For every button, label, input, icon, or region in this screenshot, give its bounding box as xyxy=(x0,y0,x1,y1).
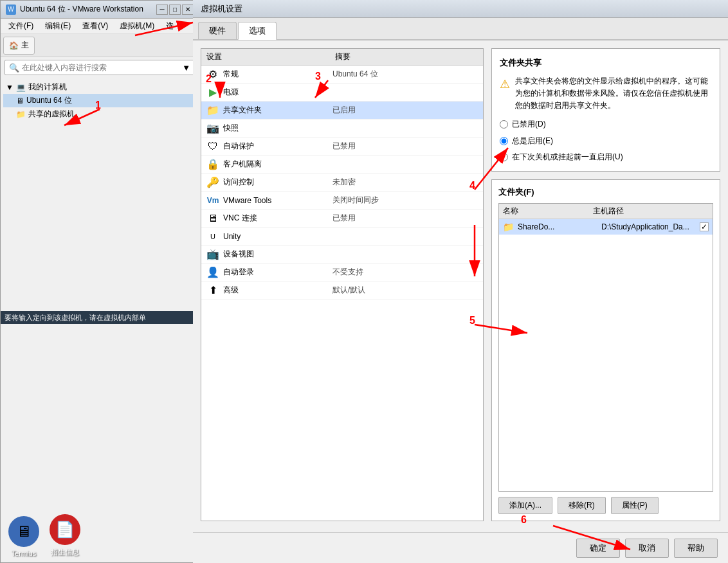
cancel-button[interactable]: 取消 xyxy=(625,539,669,558)
close-btn[interactable]: ✕ xyxy=(182,4,194,15)
settings-row-vnc[interactable]: 🖥 VNC 连接 已禁用 xyxy=(201,210,483,228)
settings-row-power[interactable]: ▶ 电源 xyxy=(201,84,483,102)
ubuntu-icon: 🖥 xyxy=(16,96,24,105)
shared-folder-summary: 已启用 xyxy=(332,105,356,116)
termius-icon: 🖥 xyxy=(8,516,39,547)
advanced-summary: 默认/默认 xyxy=(332,285,365,296)
home-icon: 🏠 xyxy=(9,41,19,50)
toolbar: 🏠 主 xyxy=(1,34,199,57)
settings-row-isolation[interactable]: 🔒 客户机隔离 xyxy=(201,156,483,174)
general-icon: ⚙ xyxy=(206,68,219,81)
access-icon: 🔑 xyxy=(206,176,219,189)
folder-row[interactable]: 📁 ShareDo... D:\StudyApplication_Da... ✓ xyxy=(499,219,713,235)
radio-until-poweroff[interactable] xyxy=(500,153,508,161)
settings-header: 设置 摘要 xyxy=(201,49,483,66)
vmtools-summary: 关闭时间同步 xyxy=(332,195,379,206)
folder-buttons: 添加(A)... 移除(R) 属性(P) xyxy=(498,497,713,514)
settings-row-snapshot[interactable]: 📷 快照 xyxy=(201,120,483,138)
dialog-tabs: 硬件 选项 xyxy=(193,18,728,40)
menu-more[interactable]: 选 xyxy=(161,19,179,33)
ubuntu-item[interactable]: 🖥 Ubuntu 64 位 xyxy=(3,94,196,107)
settings-row-autologin[interactable]: 👤 自动登录 不受支持 xyxy=(201,264,483,282)
folder-list: 名称 主机路径 📁 ShareDo... D:\StudyApplication… xyxy=(498,203,713,492)
shared-label: 共享的虚拟机 xyxy=(28,109,75,120)
folder-box: 文件夹(F) 名称 主机路径 📁 ShareDo... D:\StudyAppl… xyxy=(491,179,720,521)
ok-button[interactable]: 确定 xyxy=(576,539,620,558)
radio-disabled[interactable] xyxy=(500,120,508,129)
vmtools-icon: Vm xyxy=(206,194,219,207)
folder-box-title: 文件夹(F) xyxy=(498,186,713,198)
radio-disabled-label: 已禁用(D) xyxy=(512,118,546,130)
properties-folder-btn[interactable]: 属性(P) xyxy=(611,497,659,514)
menu-edit[interactable]: 编辑(E) xyxy=(40,19,76,33)
search-bar[interactable]: 🔍 ▼ xyxy=(5,60,195,75)
tab-hardware[interactable]: 硬件 xyxy=(198,22,237,39)
settings-row-shared-folder[interactable]: 📁 共享文件夹 已启用 xyxy=(201,102,483,120)
my-computer-item[interactable]: ▼ 💻 我的计算机 xyxy=(3,80,196,94)
autologin-summary: 不受支持 xyxy=(332,267,363,278)
unity-icon: U xyxy=(206,230,219,243)
tab-options[interactable]: 选项 xyxy=(238,22,277,40)
status-bar: 要将输入定向到该虚拟机，请在虚拟机内部单 xyxy=(1,311,199,324)
autoprotect-summary: 已禁用 xyxy=(332,141,356,152)
recruitment-icon-item[interactable]: 📄 招生信息 xyxy=(50,514,80,557)
devview-name: 设备视图 xyxy=(223,249,332,260)
shared-folder-info: 文件夹共享 ⚠ 共享文件夹会将您的文件显示给虚拟机中的程序。这可能为您的计算机和… xyxy=(491,48,720,172)
autoprotect-icon: 🛡 xyxy=(206,140,219,153)
main-dialog: 虚拟机设置 硬件 选项 设置 摘要 ⚙ 常规 Ubuntu 64 位 ▶ 电源 … xyxy=(193,0,728,563)
radio-always[interactable] xyxy=(500,137,508,145)
search-input[interactable] xyxy=(22,63,179,72)
maximize-btn[interactable]: □ xyxy=(169,4,181,15)
search-dropdown-icon[interactable]: ▼ xyxy=(182,63,190,73)
vnc-summary: 已禁用 xyxy=(332,213,356,224)
unity-name: Unity xyxy=(223,232,332,241)
search-icon: 🔍 xyxy=(9,63,19,73)
expand-icon: ▼ xyxy=(6,83,14,92)
warning-text: 共享文件夹会将您的文件显示给虚拟机中的程序。这可能为您的计算机和数据带来风险。请… xyxy=(515,75,712,112)
shared-vms-item[interactable]: 📁 共享的虚拟机 xyxy=(3,107,196,121)
home-btn[interactable]: 🏠 主 xyxy=(3,37,35,55)
snapshot-icon: 📷 xyxy=(206,122,219,135)
radio-group: 已禁用(D) 总是启用(E) 在下次关机或挂起前一直启用(U) xyxy=(500,118,712,163)
radio-disabled-item[interactable]: 已禁用(D) xyxy=(500,118,712,130)
settings-row-access[interactable]: 🔑 访问控制 未加密 xyxy=(201,174,483,192)
radio-until-poweroff-label: 在下次关机或挂起前一直启用(U) xyxy=(512,151,623,163)
title-bar: W Ubuntu 64 位 - VMware Workstation ─ □ ✕ xyxy=(1,1,199,19)
vnc-name: VNC 连接 xyxy=(223,213,332,224)
isolation-name: 客户机隔离 xyxy=(223,159,332,170)
warning-section: ⚠ 共享文件夹会将您的文件显示给虚拟机中的程序。这可能为您的计算机和数据带来风险… xyxy=(500,75,712,112)
shared-icon: 📁 xyxy=(16,110,26,119)
power-name: 电源 xyxy=(223,87,332,98)
menu-view[interactable]: 查看(V) xyxy=(77,19,113,33)
general-name: 常规 xyxy=(223,69,332,80)
folder-item-path: D:\StudyApplication_Da... xyxy=(601,222,700,231)
add-folder-btn[interactable]: 添加(A)... xyxy=(498,497,552,514)
status-text: 要将输入定向到该虚拟机，请在虚拟机内部单 xyxy=(5,313,146,323)
settings-row-unity[interactable]: U Unity xyxy=(201,228,483,246)
desktop-icons: 🖥 Termius 📄 招生信息 xyxy=(1,324,199,562)
radio-always-item[interactable]: 总是启用(E) xyxy=(500,135,712,147)
settings-row-devview[interactable]: 📺 设备视图 xyxy=(201,246,483,264)
help-button[interactable]: 帮助 xyxy=(674,539,718,558)
recruitment-label: 招生信息 xyxy=(51,548,79,557)
menu-file[interactable]: 文件(F) xyxy=(3,19,39,33)
settings-row-vmtools[interactable]: Vm VMware Tools 关闭时间同步 xyxy=(201,192,483,210)
settings-row-general[interactable]: ⚙ 常规 Ubuntu 64 位 xyxy=(201,66,483,84)
minimize-btn[interactable]: ─ xyxy=(156,4,168,15)
access-summary: 未加密 xyxy=(332,177,356,188)
settings-row-autoprotect[interactable]: 🛡 自动保护 已禁用 xyxy=(201,138,483,156)
vmtools-name: VMware Tools xyxy=(223,196,332,205)
termius-icon-item[interactable]: 🖥 Termius xyxy=(8,516,39,557)
dialog-title: 虚拟机设置 xyxy=(193,0,728,18)
settings-col2-header: 摘要 xyxy=(335,51,478,62)
radio-until-poweroff-item[interactable]: 在下次关机或挂起前一直启用(U) xyxy=(500,151,712,163)
remove-folder-btn[interactable]: 移除(R) xyxy=(558,497,606,514)
settings-row-advanced[interactable]: ⬆ 高级 默认/默认 xyxy=(201,282,483,299)
folder-checkbox[interactable]: ✓ xyxy=(700,222,709,231)
dialog-title-text: 虚拟机设置 xyxy=(201,3,242,15)
folder-col-path: 主机路径 xyxy=(593,206,709,217)
menu-vm[interactable]: 虚拟机(M) xyxy=(114,19,159,33)
computer-icon: 💻 xyxy=(16,83,26,92)
isolation-icon: 🔒 xyxy=(206,158,219,171)
folder-item-icon: 📁 xyxy=(503,222,514,232)
